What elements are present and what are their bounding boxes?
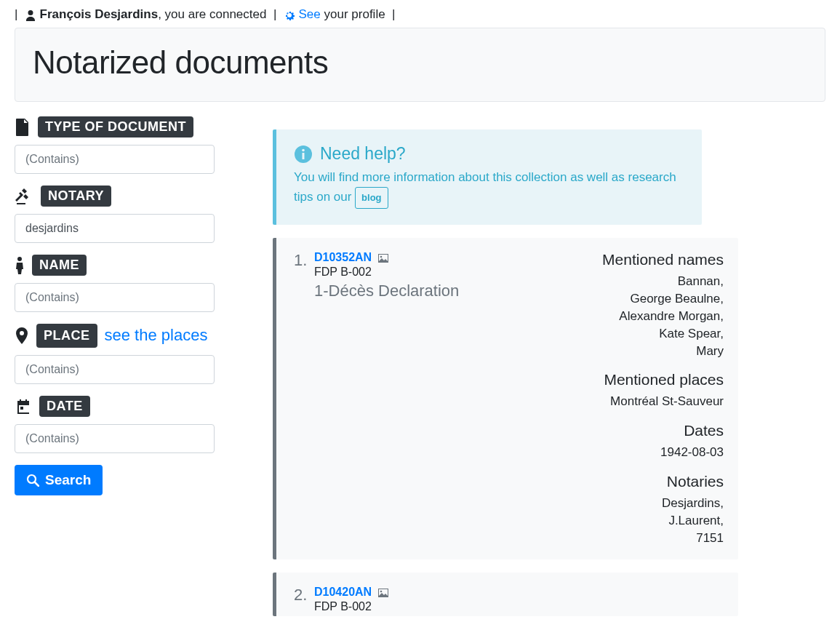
result-id-link[interactable]: D10420AN xyxy=(314,586,372,598)
notary-value: Desjardins, xyxy=(564,495,724,512)
result-item: 2. D10420AN FDP B-002 xyxy=(273,573,738,616)
gavel-icon xyxy=(15,187,33,206)
notary-label: NOTARY xyxy=(41,186,111,207)
date-label: DATE xyxy=(39,396,90,417)
svg-line-1 xyxy=(35,482,39,486)
result-sub: FDP B-002 xyxy=(314,266,564,279)
date-input[interactable] xyxy=(15,424,215,453)
gear-icon xyxy=(284,9,295,21)
connected-text: , you are connected xyxy=(158,7,266,21)
mentioned-name: Kate Spear, xyxy=(564,325,724,343)
result-number: 2. xyxy=(294,586,310,613)
mentioned-name: Alexandre Morgan, xyxy=(564,308,724,325)
svg-rect-3 xyxy=(303,153,305,159)
mentioned-name: Bannan, xyxy=(564,273,724,290)
svg-point-8 xyxy=(380,591,382,593)
date-value: 1942-08-03 xyxy=(564,444,724,461)
field-name: NAME xyxy=(15,255,215,312)
field-date: DATE xyxy=(15,396,215,453)
mentioned-name: Mary xyxy=(564,343,724,360)
notary-value: 7151 xyxy=(564,530,724,547)
svg-point-6 xyxy=(380,256,382,258)
place-label: PLACE xyxy=(36,324,97,348)
user-name: François Desjardins xyxy=(40,7,159,21)
field-notary: NOTARY xyxy=(15,186,215,243)
mentioned-place: Montréal St-Sauveur xyxy=(564,393,724,410)
blog-link[interactable]: blog xyxy=(355,187,388,209)
help-box: Need help? You will find more informatio… xyxy=(273,129,702,225)
result-sub: FDP B-002 xyxy=(314,600,564,613)
calendar-icon xyxy=(15,398,32,415)
see-profile-link[interactable]: See xyxy=(299,7,321,21)
type-of-document-input[interactable] xyxy=(15,145,215,174)
notary-input[interactable] xyxy=(15,214,215,243)
type-of-document-label: TYPE OF DOCUMENT xyxy=(38,116,193,137)
name-label: NAME xyxy=(32,255,87,276)
search-button[interactable]: Search xyxy=(15,465,103,495)
search-sidebar: TYPE OF DOCUMENT NOTARY NAME xyxy=(15,116,215,616)
page-header: Notarized documents xyxy=(15,28,825,102)
search-button-label: Search xyxy=(45,472,91,488)
name-input[interactable] xyxy=(15,283,215,312)
svg-point-4 xyxy=(302,148,305,151)
result-id-link[interactable]: D10352AN xyxy=(314,251,372,263)
mentioned-places-heading: Mentioned places xyxy=(564,371,724,388)
result-number: 1. xyxy=(294,251,310,546)
notaries-heading: Notaries xyxy=(564,473,724,490)
field-type-of-document: TYPE OF DOCUMENT xyxy=(15,116,215,174)
place-input[interactable] xyxy=(15,355,215,384)
profile-text: your profile xyxy=(324,7,385,21)
search-icon xyxy=(26,474,39,487)
mentioned-names-heading: Mentioned names xyxy=(564,251,724,268)
results-column: Need help? You will find more informatio… xyxy=(273,116,825,616)
result-category: 1-Décès Declaration xyxy=(314,282,564,300)
help-title: Need help? xyxy=(320,144,406,164)
field-place: PLACE see the places xyxy=(15,324,215,384)
user-icon xyxy=(25,9,36,21)
see-the-places-link[interactable]: see the places xyxy=(105,325,208,346)
map-pin-icon xyxy=(15,327,29,346)
info-icon xyxy=(294,145,313,164)
person-icon xyxy=(15,256,25,275)
dates-heading: Dates xyxy=(564,422,724,439)
help-text: You will find more information about thi… xyxy=(294,170,676,204)
image-icon xyxy=(378,589,388,597)
user-bar: | François Desjardins, you are connected… xyxy=(15,0,825,28)
page-title: Notarized documents xyxy=(33,44,807,81)
document-icon xyxy=(15,118,31,137)
notary-value: J.Laurent, xyxy=(564,512,724,530)
result-item: 1. D10352AN FDP B-002 1-Décès Declaratio… xyxy=(273,238,738,559)
image-icon xyxy=(378,254,388,263)
mentioned-name: George Beaulne, xyxy=(564,290,724,308)
